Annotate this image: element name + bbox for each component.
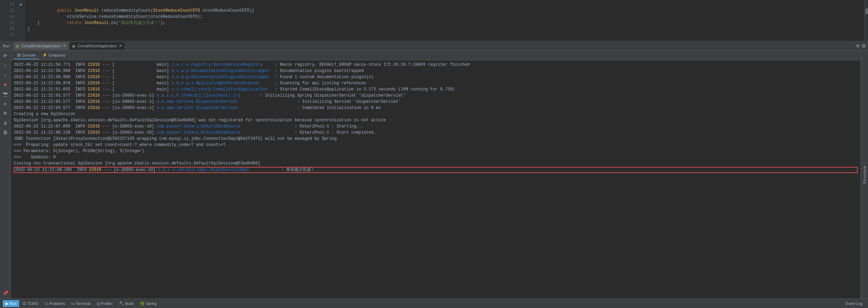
terminal-icon: ▭ <box>71 301 75 306</box>
endpoints-label: Endpoints <box>49 53 65 57</box>
console-panel: ▤ Console ⚡ Endpoints 2022-06-22 11:21:5… <box>11 51 860 298</box>
tab-order-label: CsmallOrderApplication <box>21 44 61 48</box>
log-line-10: SqlSession [org.apache.ibatis.session.de… <box>14 117 858 123</box>
tab-endpoints[interactable]: ⚡ Endpoints <box>39 51 69 59</box>
console-body: ⟳ ↑ ↓ ■ 📷 ⇌ ⊞ 🖨 🗑 📌 ▤ Console <box>0 51 868 298</box>
run-icon: ▶ <box>5 301 9 306</box>
method-name: reduceCommodityCount( <box>99 8 153 13</box>
app-icon-stock: ▶ <box>73 43 76 49</box>
scroll-down-button[interactable]: ↓ <box>2 71 9 79</box>
spring-label: Spring <box>146 301 157 306</box>
console-icon: ▤ <box>17 53 21 57</box>
terminal-label: Terminal <box>76 301 90 306</box>
log-line-17: Closing non transactional SqlSession [or… <box>14 160 858 167</box>
log-line-3: 2022-06-22 11:21:50.960 INFO 22816 --- [… <box>14 74 858 80</box>
keyword-public: public <box>47 8 74 13</box>
status-tab-terminal[interactable]: ▭ Terminal <box>68 300 93 307</box>
status-tab-problems[interactable]: ⚠ Problems <box>42 300 68 307</box>
restart-button[interactable]: ⟳ <box>2 52 9 60</box>
code-line-26: } <box>27 26 862 32</box>
camera-button[interactable]: 📷 <box>2 90 9 98</box>
log-output[interactable]: 2022-06-22 11:21:50.771 INFO 22816 --- [… <box>11 60 860 298</box>
line-num-26: 26 <box>3 26 14 32</box>
log-line-14: ==> Preparing: update stock_tbl set coun… <box>14 142 858 148</box>
code-content: public JsonResult reduceCommodityCount(S… <box>25 0 865 41</box>
log-line-16: <== Updates: 0 <box>14 154 858 160</box>
console-tabs-bar: ▤ Console ⚡ Endpoints <box>11 51 860 60</box>
log-line-11: 2022-06-22 11:22:07.899 INFO 22816 --- [… <box>14 123 858 130</box>
code-line-22: public JsonResult reduceCommodityCount(S… <box>27 1 862 8</box>
profiler-label: Profiler <box>101 301 113 306</box>
settings-gear[interactable]: ⚙ <box>856 43 859 49</box>
print-button[interactable]: 🖨 <box>2 119 9 127</box>
code-line-27 <box>27 32 862 38</box>
class-param: StockReduceCountDTO <box>153 8 200 13</box>
log-line-15: ==> Parameters: 5(Integer), PC100(String… <box>14 148 858 154</box>
left-toolbar: ⟳ ↑ ↓ ■ 📷 ⇌ ⊞ 🖨 🗑 📌 <box>0 51 11 298</box>
structure-label: Structure <box>863 165 867 184</box>
gutter: ◼ <box>17 0 25 41</box>
log-line-18-highlighted: 2022-06-22 11:22:08.209 INFO 22816 --- [… <box>14 167 858 173</box>
tab-console[interactable]: ▤ Console <box>14 51 39 59</box>
problems-icon: ⚠ <box>44 301 48 306</box>
log-line-9: Creating a new SqlSession <box>14 111 858 117</box>
line-numbers: 22 23 24 25 26 27 <box>0 0 17 41</box>
log-line-4: 2022-06-22 11:21:50.976 INFO 22816 --- [… <box>14 80 858 86</box>
bookmark-icon: ◼ <box>20 1 22 8</box>
tab-stock-app[interactable]: ▶ CsmallStockApplication ✕ <box>70 42 125 50</box>
status-tab-build[interactable]: 🔨 Build <box>116 300 136 307</box>
scroll-indicator[interactable] <box>865 0 868 41</box>
log-line-6: 2022-06-22 11:22:03.577 INFO 22816 --- [… <box>14 93 858 99</box>
wrap-button[interactable]: ⇌ <box>2 100 9 108</box>
event-log-button[interactable]: Event Log <box>843 300 865 307</box>
line-num-27: 27 <box>3 32 14 38</box>
todo-icon: ☑ <box>23 301 26 306</box>
log-line-13: JDBC Connection [HikariProxyConnection@1… <box>14 136 858 142</box>
build-icon: 🔨 <box>119 301 124 306</box>
structure-panel[interactable]: Structure <box>860 51 868 298</box>
stop-button[interactable]: ■ <box>2 81 9 88</box>
problems-label: Problems <box>49 301 65 306</box>
status-tab-todo[interactable]: ☑ TODO <box>20 300 41 307</box>
log-line-7: 2022-06-22 11:22:03.577 INFO 22816 --- [… <box>14 99 858 105</box>
console-label: Console <box>22 53 36 57</box>
keyword-return: return <box>47 21 84 25</box>
spring-icon: 🌿 <box>140 301 145 306</box>
app-icon-order: ▶ <box>16 43 20 49</box>
log-line-1: 2022-06-22 11:21:50.771 INFO 22816 --- [… <box>14 62 858 68</box>
log-line-2: 2022-06-22 11:21:50.960 INFO 22816 --- [… <box>14 68 858 74</box>
line-num-24: 24 <box>3 14 14 20</box>
line-num-22: 22 <box>3 1 14 8</box>
status-tab-profiler[interactable]: ◎ Profiler <box>94 300 116 307</box>
bottom-section: ⟳ ↑ ↓ ■ 📷 ⇌ ⊞ 🖨 🗑 📌 ▤ Console <box>0 51 868 308</box>
event-log-label: Event Log <box>845 301 863 306</box>
run-label: Run: <box>3 44 11 48</box>
log-line-8: 2022-06-22 11:22:03.577 INFO 22816 --- [… <box>14 105 858 111</box>
pin-button[interactable]: 📌 <box>2 289 9 297</box>
tab-order-close[interactable]: ✕ <box>63 44 66 48</box>
log-line-5: 2022-06-22 11:21:51.055 INFO 22816 --- [… <box>14 86 858 93</box>
endpoints-icon: ⚡ <box>42 53 47 57</box>
expand-button[interactable]: ⊟ <box>862 42 865 49</box>
clear-button[interactable]: 🗑 <box>2 129 9 136</box>
run-tab-label: Run <box>10 301 16 306</box>
status-tab-spring[interactable]: 🌿 Spring <box>137 300 159 307</box>
tab-order-app[interactable]: ▶ CsmallOrderApplication ✕ <box>13 42 68 50</box>
filter-button[interactable]: ⊞ <box>2 110 9 117</box>
line-num-25: 25 <box>3 20 14 26</box>
scroll-thumb <box>865 8 868 14</box>
status-tab-run[interactable]: ▶ Run <box>3 300 19 307</box>
tab-stock-close[interactable]: ✕ <box>119 44 122 48</box>
build-label: Build <box>125 301 133 306</box>
log-line-12: 2022-06-22 11:22:08.138 INFO 22816 --- [… <box>14 130 858 136</box>
scroll-up-button[interactable]: ↑ <box>2 62 9 69</box>
status-bar: ▶ Run ☑ TODO ⚠ Problems ▭ Terminal ◎ Pro… <box>0 298 868 308</box>
tab-stock-label: CsmallStockApplication <box>78 44 117 48</box>
string-literal: "商品库存减少完成！" <box>118 21 160 25</box>
code-editor: 22 23 24 25 26 27 ◼ public JsonResult re… <box>0 0 868 41</box>
run-bar: Run: ▶ CsmallOrderApplication ✕ ▶ Csmall… <box>0 41 868 51</box>
class-jsonresult: JsonResult <box>74 8 99 13</box>
line-num-23: 23 <box>3 8 14 14</box>
profiler-icon: ◎ <box>97 301 100 306</box>
todo-label: TODO <box>27 301 38 306</box>
